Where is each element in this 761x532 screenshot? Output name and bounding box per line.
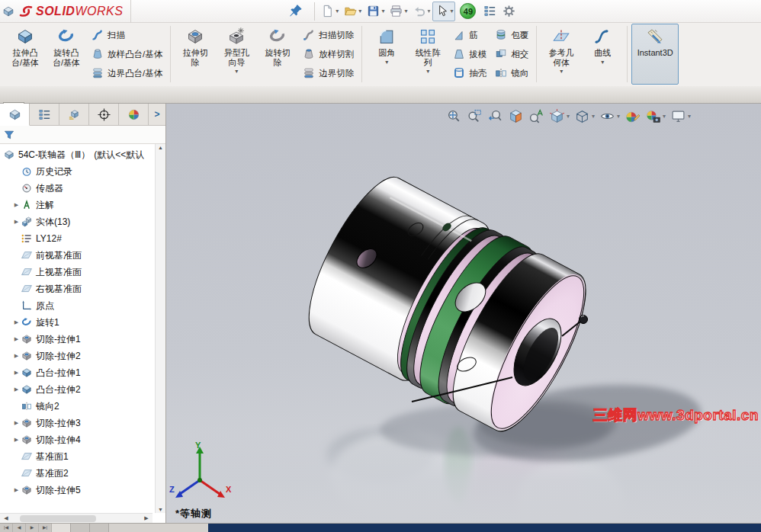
tree-item[interactable]: ▶ 切除-拉伸5 <box>0 482 155 498</box>
expand-arrow-icon[interactable]: ▶ <box>12 319 21 325</box>
menu-item[interactable] <box>154 0 172 23</box>
panel-tab[interactable] <box>0 104 30 126</box>
menu-item[interactable] <box>191 0 209 23</box>
ribbon-button[interactable]: 拉伸切除 <box>175 24 216 85</box>
ribbon-tab[interactable] <box>67 102 88 103</box>
ribbon-button[interactable]: 扫描切除 <box>298 26 358 45</box>
view-tool-button[interactable]: ▾ <box>573 107 596 125</box>
ribbon-tab[interactable] <box>3 102 24 104</box>
tree-item[interactable]: LY12# <box>0 230 155 247</box>
ribbon-button[interactable]: 拔模 <box>448 45 490 64</box>
view-tool-button[interactable] <box>445 107 463 125</box>
panel-tab[interactable] <box>89 104 119 125</box>
tree-item[interactable]: 历史记录 <box>0 163 155 180</box>
tree-item[interactable]: ▶ 切除-拉伸3 <box>0 415 155 431</box>
menu-item[interactable] <box>227 0 246 23</box>
ribbon-button[interactable]: 旋转凸台/基体 <box>46 24 87 85</box>
tree-item[interactable]: ▶ 旋转1 <box>0 314 155 331</box>
tree-item[interactable]: 基准面2 <box>0 465 155 482</box>
scrollbar-thumb[interactable] <box>20 515 96 522</box>
prev-study-button[interactable]: ◀ <box>13 524 26 532</box>
ribbon-button[interactable]: 边界凸台/基体 <box>87 64 166 83</box>
ribbon-button[interactable]: 筋 <box>448 26 490 45</box>
quick-button[interactable]: ▾ <box>387 2 409 21</box>
view-tool-button[interactable]: ▾ <box>548 107 570 125</box>
panel-overflow-button[interactable]: > <box>149 104 165 125</box>
panel-tab[interactable] <box>59 104 89 125</box>
tree-item[interactable]: ▶ 切除-拉伸2 <box>0 348 155 364</box>
expand-arrow-icon[interactable]: ▶ <box>12 202 21 208</box>
scroll-down-icon[interactable]: ▼ <box>158 507 163 512</box>
tree-filter-row[interactable] <box>0 126 165 144</box>
expand-arrow-icon[interactable]: ▶ <box>12 353 21 359</box>
view-tool-button[interactable]: ▾ <box>599 107 621 125</box>
expand-arrow-icon[interactable]: ▶ <box>12 336 21 342</box>
first-study-button[interactable]: |◀ <box>0 524 13 532</box>
quick-button[interactable]: ▾ <box>318 2 341 21</box>
ribbon-button[interactable]: 边界切除 <box>298 64 358 83</box>
scroll-right-icon[interactable]: ▶ <box>142 515 151 521</box>
bottom-tab[interactable] <box>71 524 90 532</box>
ribbon-button[interactable]: Instant3D <box>631 24 679 85</box>
tree-item[interactable]: 基准面1 <box>0 448 155 465</box>
ribbon-tab[interactable] <box>238 102 259 103</box>
ribbon-tab[interactable] <box>259 102 281 103</box>
bottom-tab[interactable] <box>90 524 109 532</box>
expand-arrow-icon[interactable]: ▶ <box>12 420 21 426</box>
ribbon-tab[interactable] <box>24 102 46 103</box>
expand-arrow-icon[interactable]: ▶ <box>12 386 21 393</box>
ribbon-button[interactable]: 拉伸凸台/基体 <box>5 24 46 85</box>
tree-item[interactable]: 前视基准面 <box>0 247 155 264</box>
panel-tab[interactable] <box>30 104 59 125</box>
ribbon-tab[interactable] <box>88 102 110 103</box>
tree-item[interactable]: ▶ 切除-拉伸4 <box>0 431 155 448</box>
ribbon-tab[interactable] <box>195 102 217 103</box>
menu-item[interactable] <box>172 0 191 23</box>
ribbon-button[interactable]: 放样切割 <box>298 45 358 64</box>
view-tool-button[interactable] <box>507 107 525 125</box>
menu-item[interactable] <box>209 0 227 23</box>
expand-arrow-icon[interactable]: ▶ <box>12 370 21 376</box>
ribbon-button[interactable]: 曲线 ▾ <box>582 24 623 85</box>
view-tool-button[interactable]: ▾ <box>669 107 692 125</box>
tree-vertical-scrollbar[interactable]: ▲ ▼ <box>155 144 165 513</box>
view-tool-button[interactable] <box>466 107 483 125</box>
view-tool-button[interactable]: ▾ <box>644 107 666 125</box>
tree-item[interactable]: 原点 <box>0 297 155 314</box>
notification-badge[interactable]: 49 <box>460 3 476 19</box>
tree-horizontal-scrollbar[interactable]: ◀ ▶ <box>0 513 153 523</box>
quick-button[interactable] <box>480 2 499 21</box>
ribbon-button[interactable]: 放样凸台/基体 <box>87 45 166 64</box>
tree-item[interactable]: ▶ 凸台-拉伸2 <box>0 381 155 398</box>
ribbon-button[interactable]: 旋转切除 <box>257 24 298 85</box>
tree-item[interactable]: ▶ 凸台-拉伸1 <box>0 364 155 381</box>
tree-item[interactable]: 上视基准面 <box>0 264 155 280</box>
menu-item[interactable] <box>264 0 282 23</box>
graphics-area[interactable]: Y Z X <box>166 104 761 523</box>
ribbon-button[interactable]: 镜向 <box>490 64 532 83</box>
tree-item[interactable]: 镜向2 <box>0 398 155 415</box>
tree-item[interactable]: 传感器 <box>0 180 155 197</box>
quick-button[interactable]: ▾ <box>409 2 432 21</box>
ribbon-tab[interactable] <box>217 102 238 103</box>
tree-item[interactable]: 右视基准面 <box>0 280 155 297</box>
ribbon-button[interactable]: 异型孔向导 ▾ <box>216 24 257 85</box>
ribbon-button[interactable]: 参考几何体 ▾ <box>541 24 582 85</box>
ribbon-tab[interactable] <box>174 102 195 103</box>
expand-arrow-icon[interactable]: ▶ <box>12 487 21 493</box>
view-tool-button[interactable] <box>528 107 545 125</box>
tree-item[interactable]: 54C-联轴器（Ⅲ） (默认<<默认 <box>0 146 155 163</box>
expand-arrow-icon[interactable]: ▶ <box>12 437 21 443</box>
tree-item[interactable]: ▶ 实体(13) <box>0 213 155 230</box>
view-tool-button[interactable] <box>624 107 641 125</box>
ribbon-tab[interactable] <box>153 102 174 103</box>
ribbon-button[interactable]: 扫描 <box>87 26 166 45</box>
ribbon-button[interactable]: 相交 <box>490 45 532 64</box>
ribbon-button[interactable]: 包覆 <box>490 26 532 45</box>
quick-button[interactable] <box>499 2 519 21</box>
panel-tab[interactable] <box>119 104 149 125</box>
menu-item[interactable] <box>136 0 154 23</box>
tree-item[interactable]: ▶ 切除-拉伸1 <box>0 331 155 348</box>
scroll-up-icon[interactable]: ▲ <box>158 145 163 150</box>
ribbon-button[interactable]: 线性阵列 ▾ <box>407 24 448 85</box>
